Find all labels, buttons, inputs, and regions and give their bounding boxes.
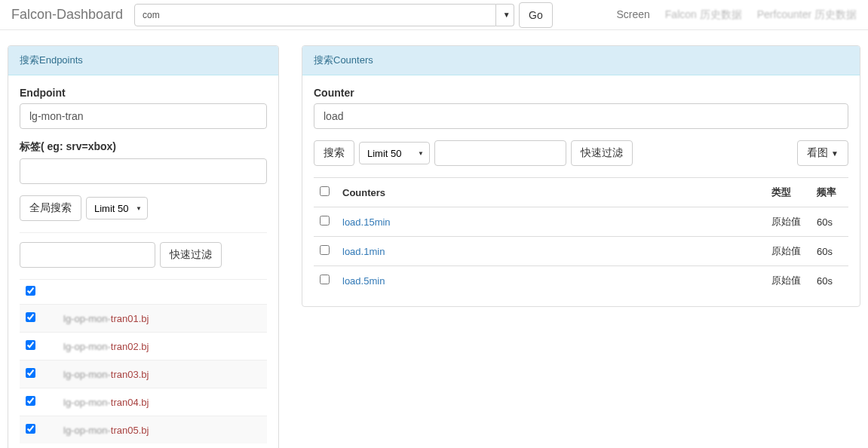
counter-link[interactable]: load.5min <box>342 275 385 287</box>
tags-label: 标签( eg: srv=xbox) <box>20 140 267 154</box>
endpoint-label: Endpoint <box>20 87 267 99</box>
endpoint-row: lg-op-mon-tran04.bj <box>20 388 267 416</box>
navbar-brand[interactable]: Falcon-Dashboard <box>11 7 134 23</box>
counter-row: load.5min原始值60s <box>314 266 848 296</box>
counter-select-all-checkbox[interactable] <box>320 186 330 196</box>
endpoint-row: lg-op-mon-tran02.bj <box>20 333 267 361</box>
endpoint-hostname[interactable]: lg-op-mon-tran01.bj <box>57 305 267 333</box>
counter-row-checkbox[interactable] <box>320 275 330 284</box>
col-header-type: 类型 <box>765 178 811 207</box>
navbar-search-group: ▼ Go <box>134 2 553 28</box>
counters-panel-body: Counter 搜索 Limit 50 快速过滤 看图 ▼ <box>302 75 860 306</box>
counter-label: Counter <box>314 87 848 99</box>
endpoint-quick-filter-button[interactable]: 快速过滤 <box>160 242 222 268</box>
counter-row: load.1min原始值60s <box>314 237 848 266</box>
endpoint-row-checkbox[interactable] <box>26 424 35 434</box>
navbar-search-dropdown-toggle[interactable]: ▼ <box>496 4 514 26</box>
navbar: Falcon-Dashboard ▼ Go Screen Falcon 历史数据… <box>0 0 868 30</box>
endpoint-row: lg-op-mon-tran01.bj <box>20 305 267 333</box>
endpoint-search-row: 全局搜索 Limit 50 <box>20 195 267 221</box>
limit-select[interactable]: Limit 50 <box>86 197 148 219</box>
counter-extra-input[interactable] <box>434 140 566 166</box>
col-header-counter: Counters <box>336 178 765 207</box>
col-header-freq: 频率 <box>811 178 848 207</box>
main-content: 搜索Endpoints Endpoint 标签( eg: srv=xbox) 全… <box>0 30 868 448</box>
endpoint-row-checkbox[interactable] <box>26 368 35 378</box>
counter-row-checkbox[interactable] <box>320 216 330 226</box>
endpoints-panel-body: Endpoint 标签( eg: srv=xbox) 全局搜索 Limit 50 <box>8 75 278 448</box>
left-column: 搜索Endpoints Endpoint 标签( eg: srv=xbox) 全… <box>8 45 279 448</box>
counter-link[interactable]: load.15min <box>342 216 391 228</box>
counter-link[interactable]: load.1min <box>342 246 385 257</box>
endpoint-select-all-row <box>20 280 267 305</box>
endpoint-row-checkbox[interactable] <box>26 340 35 350</box>
nav-link-falcon-history[interactable]: Falcon 历史数据 <box>665 8 742 22</box>
endpoint-row: lg-op-mon-tran05.bj <box>20 416 267 444</box>
right-column: 搜索Counters Counter 搜索 Limit 50 快速过滤 <box>302 45 860 448</box>
global-search-button[interactable]: 全局搜索 <box>20 195 81 221</box>
navbar-right-links: Screen Falcon 历史数据 Perfcounter 历史数据 <box>616 8 857 22</box>
endpoint-filter-input[interactable] <box>20 242 155 268</box>
counter-quick-filter-button[interactable]: 快速过滤 <box>571 140 633 166</box>
divider <box>20 232 267 233</box>
endpoint-hostname[interactable]: lg-op-mon-tran04.bj <box>57 388 267 416</box>
endpoint-hostname[interactable]: lg-op-mon-tran05.bj <box>57 416 267 444</box>
counter-freq: 60s <box>811 207 848 237</box>
counter-type: 原始值 <box>765 266 811 296</box>
caret-down-icon: ▼ <box>503 11 511 19</box>
counter-toolbar: 搜索 Limit 50 快速过滤 看图 ▼ <box>314 140 848 166</box>
counters-panel-heading: 搜索Counters <box>302 46 860 75</box>
counter-type: 原始值 <box>765 237 811 266</box>
endpoint-hostname[interactable]: lg-op-mon-tran02.bj <box>57 333 267 361</box>
navbar-go-button[interactable]: Go <box>519 2 553 28</box>
endpoint-table: lg-op-mon-tran01.bjlg-op-mon-tran02.bjlg… <box>20 279 267 443</box>
endpoint-row: lg-op-mon-tran03.bj <box>20 361 267 388</box>
counter-freq: 60s <box>811 266 848 296</box>
navbar-search-input[interactable] <box>134 4 496 26</box>
endpoint-hostname[interactable]: lg-op-mon-tran03.bj <box>57 361 267 388</box>
counter-limit-select-wrapper: Limit 50 <box>359 142 430 164</box>
tags-input[interactable] <box>20 158 267 184</box>
counter-limit-select[interactable]: Limit 50 <box>359 142 430 164</box>
limit-select-wrapper: Limit 50 <box>86 197 148 219</box>
counter-type: 原始值 <box>765 207 811 237</box>
endpoint-filter-row: 快速过滤 <box>20 242 267 268</box>
counter-search-button[interactable]: 搜索 <box>314 140 354 166</box>
endpoint-row-checkbox[interactable] <box>26 396 35 406</box>
counter-row: load.15min原始值60s <box>314 207 848 237</box>
counters-panel: 搜索Counters Counter 搜索 Limit 50 快速过滤 <box>302 45 860 307</box>
endpoints-panel-heading: 搜索Endpoints <box>8 46 278 75</box>
counter-freq: 60s <box>811 237 848 266</box>
counter-input[interactable] <box>314 103 848 129</box>
view-chart-label: 看图 <box>807 146 828 160</box>
counter-table-header-row: Counters 类型 频率 <box>314 178 848 207</box>
endpoint-select-all-checkbox[interactable] <box>26 286 35 296</box>
view-chart-button[interactable]: 看图 ▼ <box>797 140 848 166</box>
endpoint-input[interactable] <box>20 103 267 129</box>
nav-link-screen[interactable]: Screen <box>616 8 649 22</box>
caret-down-icon: ▼ <box>831 149 839 158</box>
endpoints-panel: 搜索Endpoints Endpoint 标签( eg: srv=xbox) 全… <box>8 45 279 448</box>
nav-link-perfcounter-history[interactable]: Perfcounter 历史数据 <box>757 8 857 22</box>
counter-row-checkbox[interactable] <box>320 245 330 255</box>
counter-table: Counters 类型 频率 load.15min原始值60sload.1min… <box>314 177 848 295</box>
endpoint-row-checkbox[interactable] <box>26 312 35 322</box>
